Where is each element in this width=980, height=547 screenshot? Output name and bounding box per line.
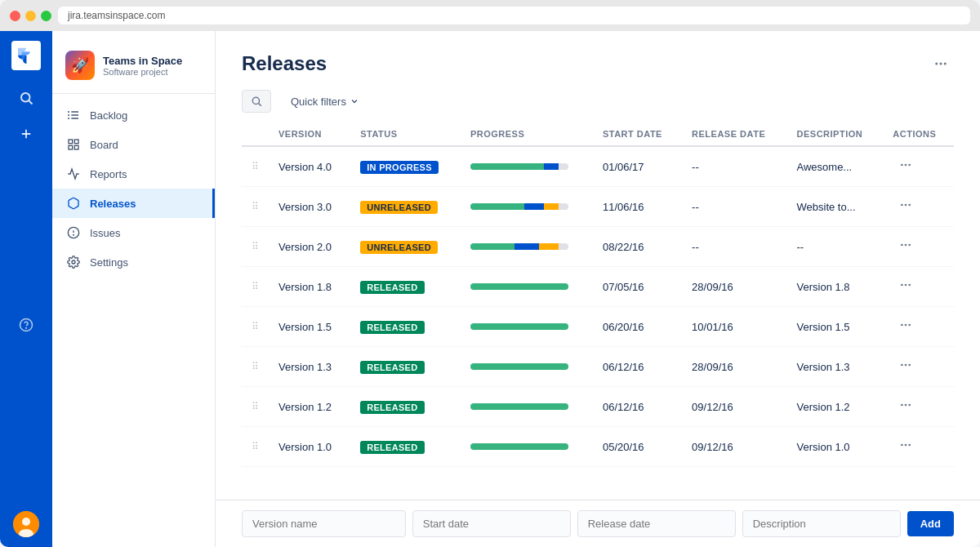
start-date-input[interactable] <box>412 510 571 537</box>
table-row: ⠿ Version 2.0 UNRELEASED 08/22/16 -- -- <box>242 227 954 267</box>
release-date-cell: -- <box>682 146 786 187</box>
main-content: Releases Quick filters Version Status <box>216 31 980 547</box>
actions-cell <box>883 146 954 187</box>
add-button[interactable]: Add <box>907 511 954 536</box>
start-date-cell: 11/06/16 <box>593 187 682 227</box>
svg-point-42 <box>909 324 911 327</box>
row-actions-button[interactable] <box>893 235 919 258</box>
version-name-input[interactable] <box>242 510 406 537</box>
version-cell: Version 1.5 <box>269 307 350 347</box>
status-badge: UNRELEASED <box>360 201 438 214</box>
issues-icon <box>65 225 82 241</box>
project-avatar: 🚀 <box>65 51 95 80</box>
col-status: Status <box>350 122 461 146</box>
progress-cell <box>461 307 593 347</box>
progress-cell <box>461 146 593 187</box>
actions-cell <box>883 187 954 227</box>
quick-filters-button[interactable]: Quick filters <box>281 91 369 113</box>
svg-point-49 <box>901 444 903 447</box>
svg-point-23 <box>935 63 938 65</box>
sidebar-item-backlog[interactable]: Backlog <box>52 100 215 130</box>
sidebar: 🚀 Teams in Space Software project Backlo… <box>52 31 216 547</box>
svg-point-40 <box>901 324 903 327</box>
releases-label: Releases <box>90 198 136 210</box>
description-cell: Version 1.3 <box>787 347 884 387</box>
svg-point-0 <box>21 93 30 102</box>
global-search-icon[interactable] <box>11 83 41 113</box>
jira-logo[interactable] <box>11 41 41 70</box>
nav-rail <box>0 31 52 547</box>
create-icon[interactable] <box>11 119 41 149</box>
sidebar-item-releases[interactable]: Releases <box>52 189 215 218</box>
row-actions-button[interactable] <box>893 195 919 218</box>
table-row: ⠿ Version 1.3 RELEASED 06/12/16 28/09/16… <box>242 347 954 387</box>
release-date-cell: 28/09/16 <box>682 347 786 387</box>
svg-rect-16 <box>74 140 78 144</box>
svg-point-24 <box>940 63 942 65</box>
reports-icon <box>65 166 82 182</box>
description-input[interactable] <box>742 510 901 537</box>
release-date-input[interactable] <box>577 510 736 537</box>
release-date-cell: 09/12/16 <box>682 427 786 467</box>
status-badge: RELEASED <box>360 401 424 414</box>
status-badge: RELEASED <box>360 321 424 334</box>
add-version-form: Add <box>216 500 980 547</box>
user-avatar[interactable] <box>13 511 39 537</box>
start-date-cell: 07/05/16 <box>593 267 682 307</box>
svg-point-28 <box>901 164 903 167</box>
svg-point-22 <box>72 260 75 264</box>
row-actions-button[interactable] <box>893 435 919 458</box>
actions-cell <box>883 227 954 267</box>
col-release-date: Release date <box>682 122 786 146</box>
row-actions-button[interactable] <box>893 275 919 298</box>
more-options-button[interactable] <box>928 51 954 77</box>
svg-point-44 <box>905 364 907 367</box>
start-date-cell: 08/22/16 <box>593 227 682 267</box>
release-date-cell: -- <box>682 187 786 227</box>
progress-bar <box>470 283 568 290</box>
table-row: ⠿ Version 3.0 UNRELEASED 11/06/16 -- Web… <box>242 187 954 227</box>
progress-bar <box>470 363 568 370</box>
project-header[interactable]: 🚀 Teams in Space Software project <box>52 44 215 94</box>
project-name: Teams in Space <box>103 55 182 67</box>
col-drag <box>242 122 269 146</box>
sidebar-nav: Backlog Board Reports Releases <box>52 100 215 277</box>
progress-bar <box>470 203 568 210</box>
close-button[interactable] <box>10 11 20 21</box>
progress-cell <box>461 427 593 467</box>
address-bar[interactable]: jira.teamsinspace.com <box>58 7 970 24</box>
drag-handle: ⠿ <box>242 427 269 467</box>
browser-chrome: jira.teamsinspace.com <box>0 0 980 31</box>
row-actions-button[interactable] <box>893 355 919 378</box>
progress-bar <box>470 443 568 450</box>
svg-point-37 <box>901 284 903 287</box>
svg-point-25 <box>944 63 947 65</box>
row-actions-button[interactable] <box>893 155 919 178</box>
project-info: Teams in Space Software project <box>103 55 182 77</box>
sidebar-item-issues[interactable]: Issues <box>52 218 215 247</box>
status-badge: RELEASED <box>360 281 424 294</box>
release-date-cell: 09/12/16 <box>682 387 786 427</box>
help-icon[interactable] <box>19 318 33 336</box>
svg-point-38 <box>905 284 907 287</box>
svg-point-32 <box>905 204 907 207</box>
version-cell: Version 1.8 <box>269 267 350 307</box>
description-cell: Version 1.8 <box>787 267 884 307</box>
reports-label: Reports <box>90 168 127 180</box>
search-box[interactable] <box>242 90 271 113</box>
sidebar-item-settings[interactable]: Settings <box>52 247 215 277</box>
settings-icon <box>65 254 82 270</box>
row-actions-button[interactable] <box>893 315 919 338</box>
sidebar-item-board[interactable]: Board <box>52 130 215 159</box>
quick-filters-label: Quick filters <box>291 96 346 108</box>
svg-point-33 <box>909 204 911 207</box>
fullscreen-button[interactable] <box>41 11 51 21</box>
status-cell: UNRELEASED <box>350 227 461 267</box>
row-actions-button[interactable] <box>893 395 919 418</box>
status-badge: UNRELEASED <box>360 241 438 254</box>
page-title: Releases <box>242 52 327 75</box>
minimize-button[interactable] <box>25 11 36 21</box>
progress-cell <box>461 227 593 267</box>
sidebar-item-reports[interactable]: Reports <box>52 159 215 189</box>
search-icon <box>251 96 262 107</box>
